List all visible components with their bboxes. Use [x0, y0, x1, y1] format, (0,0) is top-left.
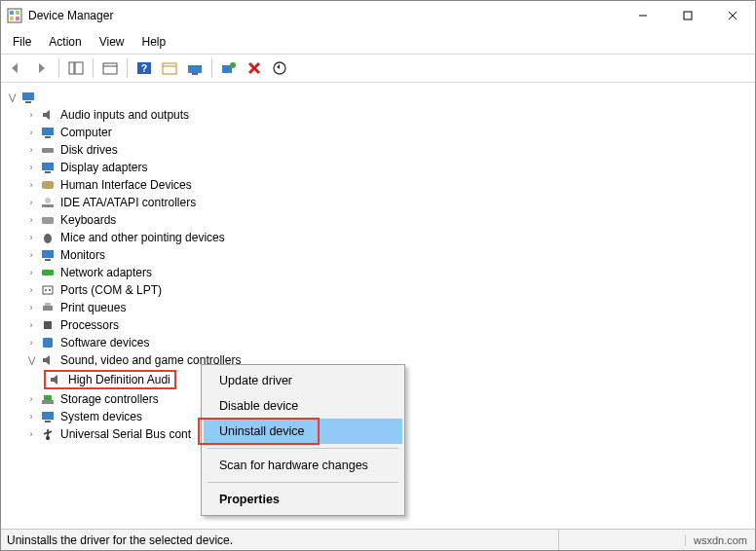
menu-help[interactable]: Help — [134, 32, 174, 52]
ctx-properties[interactable]: Properties — [204, 487, 402, 512]
tree-item[interactable]: ›Audio inputs and outputs — [5, 106, 751, 124]
chevron-down-icon[interactable]: ⋁ — [24, 353, 38, 367]
ctx-scan-hardware[interactable]: Scan for hardware changes — [204, 453, 402, 478]
chevron-right-icon[interactable]: › — [24, 108, 38, 122]
context-menu-separator — [208, 448, 398, 449]
tree-item[interactable]: ›Ports (COM & LPT) — [5, 281, 751, 299]
tree-item[interactable]: ›Mice and other pointing devices — [5, 229, 751, 246]
chevron-right-icon[interactable]: › — [24, 427, 38, 441]
processor-icon — [40, 317, 56, 333]
maximize-button[interactable] — [665, 1, 710, 30]
svg-point-40 — [45, 289, 47, 291]
svg-rect-49 — [45, 421, 51, 422]
svg-rect-25 — [25, 101, 31, 103]
chevron-right-icon[interactable]: › — [24, 161, 38, 174]
svg-rect-24 — [22, 92, 34, 100]
tree-item[interactable]: ›Network adapters — [5, 264, 751, 281]
chevron-right-icon[interactable]: › — [24, 266, 38, 279]
audio-icon — [48, 372, 63, 387]
svg-rect-27 — [45, 136, 51, 138]
ctx-uninstall-device[interactable]: Uninstall device — [204, 419, 402, 444]
tree-item[interactable]: ›Keyboards — [5, 211, 751, 229]
toolbar-btn-6[interactable] — [183, 57, 207, 79]
chevron-right-icon[interactable]: › — [24, 318, 38, 332]
software-icon — [40, 335, 56, 350]
svg-rect-29 — [42, 163, 54, 170]
tree-item[interactable]: ›Computer — [5, 124, 751, 141]
minimize-button[interactable] — [621, 1, 665, 30]
tree-item[interactable]: ›Software devices — [5, 334, 751, 351]
menu-bar: File Action View Help — [1, 30, 755, 55]
svg-point-41 — [49, 289, 51, 291]
svg-rect-26 — [42, 128, 54, 135]
system-icon — [40, 409, 56, 424]
svg-rect-42 — [43, 306, 53, 311]
toolbar-btn-5[interactable] — [158, 57, 181, 79]
device-tree[interactable]: ⋁ ›Audio inputs and outputs ›Computer ›D… — [1, 83, 755, 529]
svg-rect-11 — [103, 63, 117, 74]
app-icon — [7, 8, 22, 23]
svg-rect-15 — [163, 63, 176, 74]
chevron-right-icon[interactable]: › — [24, 213, 38, 227]
svg-point-35 — [44, 234, 52, 243]
keyboard-icon — [40, 212, 56, 228]
svg-rect-37 — [45, 259, 51, 261]
svg-text:?: ? — [141, 63, 147, 74]
chevron-right-icon[interactable]: › — [24, 301, 38, 314]
storage-icon — [40, 391, 56, 407]
tree-item[interactable]: ›IDE ATA/ATAPI controllers — [5, 194, 751, 211]
scan-hardware-button[interactable] — [217, 57, 241, 79]
context-menu-separator — [208, 482, 398, 483]
chevron-right-icon[interactable]: › — [24, 248, 38, 262]
back-button[interactable] — [5, 57, 28, 79]
tree-item[interactable]: ›Processors — [5, 316, 751, 334]
audio-icon — [40, 107, 56, 123]
svg-rect-44 — [44, 321, 52, 329]
svg-rect-4 — [16, 17, 19, 20]
svg-rect-43 — [45, 303, 51, 306]
svg-rect-30 — [45, 171, 51, 173]
chevron-right-icon[interactable]: › — [24, 392, 38, 406]
tree-item[interactable]: ›Disk drives — [5, 141, 751, 159]
tree-item[interactable]: ›Display adapters — [5, 159, 751, 176]
svg-rect-17 — [188, 65, 202, 73]
update-toolbar-button[interactable] — [268, 57, 291, 79]
svg-point-33 — [45, 198, 51, 203]
chevron-right-icon[interactable]: › — [24, 178, 38, 192]
svg-rect-32 — [42, 204, 54, 207]
svg-rect-28 — [42, 148, 54, 153]
chevron-right-icon[interactable]: › — [24, 143, 38, 157]
ctx-disable-device[interactable]: Disable device — [204, 393, 402, 419]
forward-button[interactable] — [30, 57, 54, 79]
svg-rect-38 — [42, 270, 54, 276]
tree-item[interactable]: ›Print queues — [5, 299, 751, 316]
hid-icon — [40, 177, 56, 193]
display-icon — [40, 160, 56, 175]
tree-root[interactable]: ⋁ — [5, 89, 751, 106]
delete-toolbar-button[interactable] — [243, 57, 266, 79]
watermark: wsxdn.com — [685, 534, 755, 546]
tree-item[interactable]: ›Monitors — [5, 246, 751, 264]
chevron-right-icon[interactable]: › — [24, 126, 38, 139]
chevron-right-icon[interactable]: › — [24, 410, 38, 423]
help-toolbar-button[interactable]: ? — [132, 57, 156, 79]
svg-rect-48 — [42, 412, 54, 420]
ctx-update-driver[interactable]: Update driver — [204, 368, 402, 393]
close-button[interactable] — [710, 1, 755, 30]
chevron-right-icon[interactable]: › — [24, 283, 38, 297]
properties-toolbar-button[interactable] — [98, 57, 122, 79]
chevron-down-icon[interactable]: ⋁ — [5, 91, 19, 104]
svg-rect-47 — [44, 395, 52, 400]
tree-item[interactable]: ›Human Interface Devices — [5, 176, 751, 194]
menu-action[interactable]: Action — [41, 32, 89, 52]
chevron-right-icon[interactable]: › — [24, 231, 38, 244]
svg-rect-10 — [75, 62, 83, 74]
printer-icon — [40, 300, 56, 315]
chevron-right-icon[interactable]: › — [24, 196, 38, 209]
show-hide-tree-button[interactable] — [64, 57, 88, 79]
chevron-right-icon[interactable]: › — [24, 336, 38, 349]
menu-file[interactable]: File — [5, 32, 39, 52]
window-title: Device Manager — [28, 9, 621, 22]
disk-icon — [40, 142, 56, 158]
menu-view[interactable]: View — [92, 32, 132, 52]
